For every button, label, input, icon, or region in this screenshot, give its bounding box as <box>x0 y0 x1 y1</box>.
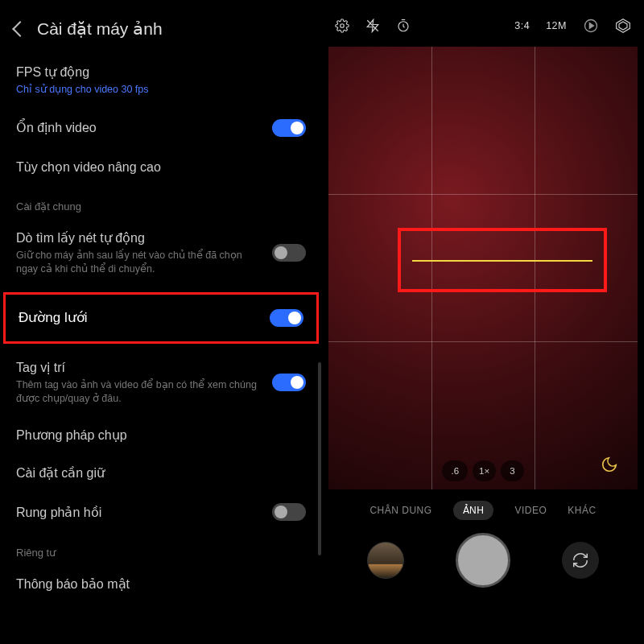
geo-sub: Thêm tag vào ảnh và video để bạn có thể … <box>16 378 264 406</box>
grid-line-h1 <box>328 194 638 195</box>
privacy-label: Thông báo bảo mật <box>16 576 298 592</box>
camera-panel: 3:4 12M .6 1× 3 <box>322 0 644 644</box>
night-mode-icon[interactable] <box>601 456 618 477</box>
section-privacy: Riêng tư <box>0 532 322 565</box>
row-location-tag[interactable]: Tag vị trí Thêm tag vào ảnh và video để … <box>0 349 322 417</box>
geo-label: Tag vị trí <box>16 360 264 375</box>
shutter-button[interactable] <box>456 533 510 588</box>
viewfinder[interactable]: .6 1× 3 <box>328 47 638 489</box>
row-settings-keep[interactable]: Cài đặt cần giữ <box>0 454 322 492</box>
advanced-label: Tùy chọn video nâng cao <box>16 159 298 175</box>
filters-icon[interactable] <box>615 18 631 34</box>
row-shooting-method[interactable]: Phương pháp chụp <box>0 416 322 454</box>
stabilize-toggle[interactable] <box>272 119 306 137</box>
flash-icon[interactable] <box>365 19 380 33</box>
aspect-ratio[interactable]: 3:4 <box>514 20 530 31</box>
settings-gear-icon[interactable] <box>335 19 349 33</box>
grid-line-h2 <box>328 341 638 342</box>
settings-panel: Cài đặt máy ảnh FPS tự động Chỉ sử dụng … <box>0 0 322 644</box>
row-fps-auto[interactable]: FPS tự động Chỉ sử dụng cho video 30 fps <box>0 53 322 108</box>
zoom-tele[interactable]: 3 <box>501 460 523 481</box>
row-gridlines-highlighted[interactable]: Đường lưới <box>3 292 319 344</box>
svg-point-0 <box>341 24 345 28</box>
geo-toggle[interactable] <box>272 374 306 391</box>
row-privacy-notice[interactable]: Thông báo bảo mật <box>0 565 322 603</box>
fps-label: FPS tự động <box>16 64 298 80</box>
haptic-label: Rung phản hồi <box>16 505 264 520</box>
mode-more[interactable]: KHÁC <box>568 501 596 520</box>
svg-marker-6 <box>617 19 630 33</box>
mode-photo[interactable]: ẢNH <box>453 501 494 520</box>
method-label: Phương pháp chụp <box>16 427 298 443</box>
grid-label: Đường lưới <box>19 309 87 326</box>
scrollbar[interactable] <box>318 362 321 555</box>
stabilize-label: Ổn định video <box>16 120 264 135</box>
haptic-toggle[interactable] <box>272 503 306 521</box>
keep-label: Cài đặt cần giữ <box>16 465 298 481</box>
svg-marker-7 <box>619 22 627 30</box>
af-toggle[interactable] <box>272 244 306 262</box>
motion-photo-icon[interactable] <box>583 18 599 34</box>
zoom-wide[interactable]: .6 <box>442 460 468 481</box>
row-autofocus-tracking[interactable]: Dò tìm lấy nét tự động Giữ cho máy ảnh s… <box>0 219 322 287</box>
back-icon[interactable] <box>12 21 28 37</box>
grid-toggle[interactable] <box>270 309 303 327</box>
svg-marker-5 <box>589 23 593 29</box>
section-general: Cài đặt chung <box>0 186 322 219</box>
camera-controls <box>322 525 644 588</box>
timer-icon[interactable] <box>396 19 411 33</box>
gallery-thumbnail[interactable] <box>367 542 404 579</box>
mode-portrait[interactable]: CHÂN DUNG <box>369 501 431 520</box>
megapixel[interactable]: 12M <box>546 20 567 31</box>
page-title: Cài đặt máy ảnh <box>37 19 163 39</box>
viewfinder-wrap: .6 1× 3 <box>322 47 644 489</box>
level-line-icon <box>412 260 592 262</box>
zoom-main[interactable]: 1× <box>473 460 496 481</box>
af-sub: Giữ cho máy ảnh sau lấy nét vào chủ thể … <box>16 249 264 276</box>
camera-topbar: 3:4 12M <box>322 0 644 40</box>
highlight-box-annotation <box>398 228 607 292</box>
row-haptic[interactable]: Rung phản hồi <box>0 492 322 532</box>
zoom-selector: .6 1× 3 <box>328 460 638 481</box>
settings-header: Cài đặt máy ảnh <box>0 19 322 53</box>
mode-selector: CHÂN DUNG ẢNH VIDEO KHÁC <box>322 489 644 525</box>
row-advanced-video[interactable]: Tùy chọn video nâng cao <box>0 148 322 186</box>
switch-camera-button[interactable] <box>562 542 599 579</box>
af-label: Dò tìm lấy nét tự động <box>16 230 264 246</box>
row-stabilize[interactable]: Ổn định video <box>0 108 322 148</box>
mode-video[interactable]: VIDEO <box>514 501 547 520</box>
fps-sub: Chỉ sử dụng cho video 30 fps <box>16 83 298 97</box>
